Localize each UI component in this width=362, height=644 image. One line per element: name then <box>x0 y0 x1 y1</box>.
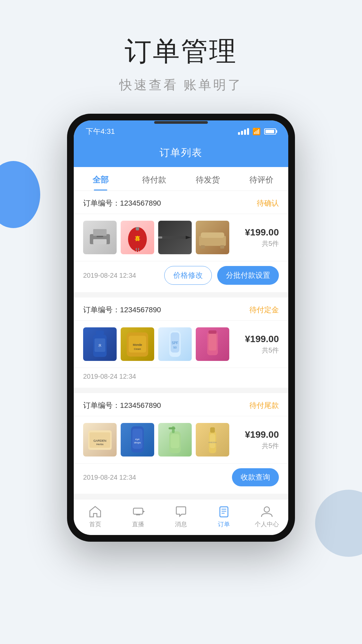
home-icon <box>88 505 102 518</box>
order-3-date: 2019-08-24 12:34 <box>83 474 136 481</box>
product-image: 水 <box>83 327 117 361</box>
order-1-footer: 2019-08-24 12:34 价格修改 分批付款设置 <box>74 261 288 292</box>
collection-query-button[interactable]: 收款查询 <box>232 468 279 486</box>
svg-text:Cream: Cream <box>134 348 141 350</box>
order-1-header: 订单编号：1234567890 待确认 <box>74 191 288 214</box>
svg-rect-2 <box>93 239 107 244</box>
wifi-icon: 📶 <box>252 127 261 136</box>
product-image <box>158 221 192 254</box>
bottle2-icon: eye drops <box>126 425 149 455</box>
price-modify-button[interactable]: 价格修改 <box>164 266 212 285</box>
orders-list: 订单编号：1234567890 待确认 <box>74 191 288 494</box>
svg-text:eye: eye <box>135 438 140 441</box>
svg-rect-48 <box>210 434 215 448</box>
svg-rect-16 <box>201 232 224 238</box>
product-image <box>83 221 117 254</box>
order-1-price-count: 共5件 <box>245 239 279 248</box>
svg-rect-45 <box>171 434 179 448</box>
phone-body: 下午4:31 📶 订单列表 <box>67 114 295 542</box>
order-1-price: ¥199.00 共5件 <box>245 227 279 248</box>
order-1-number: 订单编号：1234567890 <box>83 198 161 208</box>
product-image: 喜 <box>121 221 154 254</box>
message-icon <box>174 505 188 518</box>
lantern-icon: 喜 <box>126 222 149 253</box>
svg-rect-12 <box>159 236 186 239</box>
nav-item-live[interactable]: 直播 <box>117 505 160 528</box>
nav-live-label: 直播 <box>132 520 144 528</box>
order-tabs: 全部 待付款 待发货 待评价 <box>74 167 288 191</box>
nav-item-profile[interactable]: 个人中心 <box>245 505 288 528</box>
order-3-header: 订单编号：1234567890 待付尾款 <box>74 393 288 416</box>
svg-rect-44 <box>169 427 175 429</box>
order-1-product-images: 喜 <box>83 221 238 254</box>
svg-rect-54 <box>220 507 228 517</box>
tab-pending-shipment[interactable]: 待发货 <box>181 167 235 191</box>
tab-pending-review[interactable]: 待评价 <box>235 167 288 191</box>
signal-icon <box>238 128 249 135</box>
order-card-1: 订单编号：1234567890 待确认 <box>74 191 288 292</box>
order-3-status: 待付尾款 <box>249 400 279 411</box>
tab-pending-payment[interactable]: 待付款 <box>127 167 181 191</box>
order-1-price-amount: ¥199.00 <box>245 227 279 238</box>
order-2-header: 订单编号：1234567890 待付定金 <box>74 298 288 321</box>
svg-rect-50 <box>133 508 143 514</box>
svg-text:drops: drops <box>134 441 141 444</box>
order-3-number: 订单编号：1234567890 <box>83 400 161 411</box>
order-1-date: 2019-08-24 12:34 <box>83 272 136 279</box>
svg-text:水: 水 <box>98 343 102 347</box>
live-icon <box>131 505 145 518</box>
app-header: 订单列表 <box>74 140 288 167</box>
order-2-products: 水 Monde Cream <box>74 321 288 368</box>
product-image: GARDEN Herbs <box>83 423 117 457</box>
svg-text:喜: 喜 <box>135 236 140 241</box>
furniture-icon <box>197 226 228 249</box>
order-3-price: ¥199.00 共5件 <box>245 429 279 450</box>
svg-rect-1 <box>93 229 107 236</box>
order-2-number: 订单编号：1234567890 <box>83 305 161 315</box>
svg-text:Herbs: Herbs <box>96 443 103 446</box>
svg-rect-33 <box>208 330 217 334</box>
svg-rect-3 <box>97 236 103 237</box>
svg-rect-19 <box>96 331 104 335</box>
brush-icon <box>158 232 192 243</box>
serum-icon: ANESSA <box>204 425 221 455</box>
svg-text:GARDEN: GARDEN <box>94 439 107 442</box>
order-2-price-amount: ¥199.00 <box>245 334 279 344</box>
nav-item-order[interactable]: 订单 <box>202 505 245 528</box>
nav-item-home[interactable]: 首页 <box>74 505 117 528</box>
svg-marker-51 <box>143 510 145 513</box>
nav-home-label: 首页 <box>89 520 101 528</box>
svg-rect-17 <box>201 245 205 249</box>
status-icons: 📶 <box>238 127 276 136</box>
battery-icon <box>264 128 276 135</box>
batch-payment-button[interactable]: 分批付款设置 <box>217 266 279 285</box>
product-image <box>196 221 229 254</box>
nav-item-message[interactable]: 消息 <box>160 505 202 528</box>
order-1-actions: 价格修改 分批付款设置 <box>164 266 279 285</box>
order-2-product-images: 水 Monde Cream <box>83 327 238 361</box>
profile-icon <box>260 505 274 518</box>
svg-text:50: 50 <box>173 346 177 349</box>
tab-all[interactable]: 全部 <box>74 167 127 191</box>
bottle-icon: 水 <box>90 329 110 359</box>
product-image: Monde Cream <box>121 327 154 361</box>
order-2-footer: 2019-08-24 12:34 <box>74 368 288 388</box>
order-2-date: 2019-08-24 12:34 <box>83 373 136 380</box>
product-image <box>196 327 229 361</box>
bottom-nav: 首页 直播 消息 <box>74 499 288 535</box>
product-image: ANESSA <box>196 423 229 457</box>
order-card-2: 订单编号：1234567890 待付定金 水 <box>74 298 288 388</box>
product-image <box>158 423 192 457</box>
page-header: 订单管理 快速查看 账单明了 <box>0 0 362 114</box>
product-image: SPF 50 <box>158 327 192 361</box>
order-icon <box>217 505 231 518</box>
order-2-price: ¥199.00 共5件 <box>245 334 279 355</box>
svg-rect-14 <box>158 236 162 238</box>
order-3-actions: 收款查询 <box>232 468 279 486</box>
cosmetic-icon <box>202 329 223 359</box>
order-2-price-count: 共5件 <box>245 346 279 355</box>
page-title: 订单管理 <box>0 34 362 70</box>
nav-profile-label: 个人中心 <box>255 520 279 528</box>
svg-rect-47 <box>210 427 215 433</box>
nav-message-label: 消息 <box>175 520 187 528</box>
